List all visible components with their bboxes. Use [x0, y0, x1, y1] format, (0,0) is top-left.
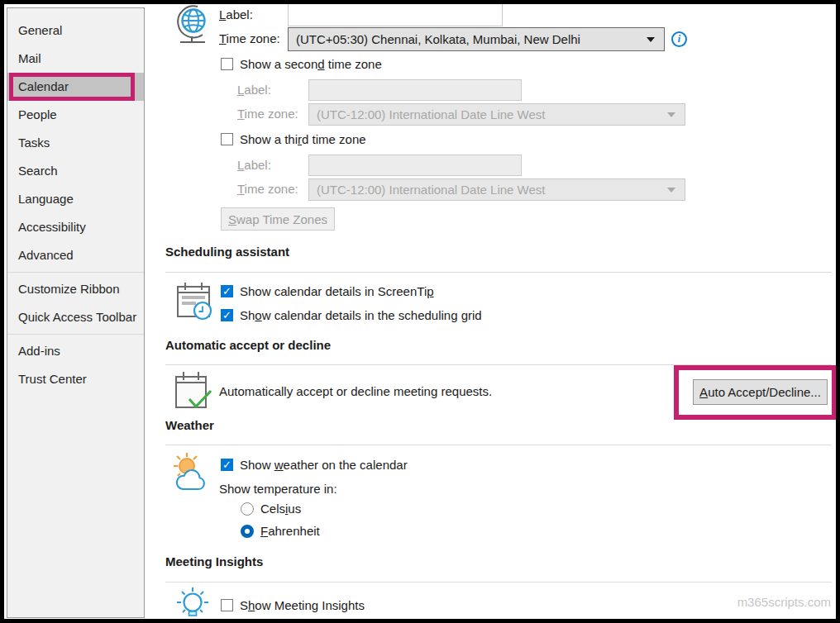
third-timezone-dropdown: (UTC-12:00) International Date Line West: [308, 178, 685, 201]
sidebar-item-quick-access-toolbar[interactable]: Quick Access Toolbar: [7, 303, 144, 331]
show-weather-checkbox[interactable]: [221, 459, 233, 471]
sidebar-item-trust-center[interactable]: Trust Center: [7, 365, 144, 393]
third-timezone-row: Show a third time zone: [221, 132, 366, 146]
watermark: m365scripts.com: [737, 595, 831, 609]
celsius-row: Celsius: [241, 502, 301, 516]
time-zones-globe-icon: [174, 3, 212, 45]
show-third-timezone-label: Show a third time zone: [240, 132, 366, 146]
second-label-input: [308, 79, 522, 101]
sidebar-item-label: Search: [18, 164, 58, 178]
options-sidebar: General Mail Calendar People Tasks Searc…: [7, 7, 145, 618]
section-divider: [165, 272, 832, 273]
sidebar-item-label: General: [18, 23, 62, 37]
second-timezone-dropdown: (UTC-12:00) International Date Line West: [308, 103, 685, 126]
sidebar-item-label: Tasks: [18, 136, 50, 150]
primary-label-input[interactable]: [288, 0, 503, 26]
sidebar-item-label: Trust Center: [18, 372, 87, 386]
show-weather-label: Show weather on the calendar: [240, 458, 408, 472]
section-divider: [165, 582, 832, 583]
timezone-field-label: Time zone:: [219, 31, 280, 45]
screentip-label: Show calendar details in ScreenTip: [240, 284, 434, 298]
sidebar-item-tasks[interactable]: Tasks: [7, 129, 144, 157]
scheduling-grid-row: Show calendar details in the scheduling …: [221, 308, 482, 322]
sidebar-item-label: Advanced: [18, 248, 74, 262]
celsius-label: Celsius: [260, 502, 301, 516]
second-timezone-field-label: Time zone:: [237, 107, 298, 121]
weather-sun-cloud-icon: [171, 450, 214, 497]
show-calendar-details-grid-checkbox[interactable]: [221, 309, 233, 321]
primary-timezone-dropdown[interactable]: (UTC+05:30) Chennai, Kolkata, Mumbai, Ne…: [288, 27, 665, 51]
third-timezone-value: (UTC-12:00) International Date Line West: [317, 183, 546, 197]
show-third-timezone-checkbox[interactable]: [221, 133, 233, 145]
third-label-field-label: Label:: [237, 158, 271, 172]
lightbulb-icon: [174, 586, 212, 622]
calendar-check-icon: [173, 369, 214, 412]
show-second-timezone-label: Show a second time zone: [240, 57, 382, 71]
screentip-row: Show calendar details in ScreenTip: [221, 284, 434, 298]
sidebar-item-add-ins[interactable]: Add-ins: [7, 337, 144, 365]
chevron-down-icon: [667, 112, 675, 117]
scheduling-grid-label: Show calendar details in the scheduling …: [240, 308, 482, 322]
fahrenheit-row: Fahrenheit: [241, 524, 320, 538]
show-meeting-insights-label: Show Meeting Insights: [240, 598, 365, 612]
sidebar-item-calendar[interactable]: Calendar: [7, 73, 144, 101]
meeting-insights-heading: Meeting Insights: [165, 554, 263, 568]
sidebar-item-people[interactable]: People: [7, 101, 144, 129]
second-timezone-value: (UTC-12:00) International Date Line West: [317, 107, 546, 121]
sidebar-separator: [7, 272, 144, 273]
show-calendar-details-screentip-checkbox[interactable]: [221, 285, 233, 297]
sidebar-item-label: People: [18, 107, 57, 121]
sidebar-item-search[interactable]: Search: [7, 157, 144, 185]
label-field-label: Label:: [219, 7, 253, 21]
scheduling-assistant-heading: Scheduling assistant: [165, 245, 289, 259]
show-meeting-insights-row: Show Meeting Insights: [221, 598, 365, 612]
sidebar-item-label: Language: [18, 192, 74, 206]
temperature-label: Show temperature in:: [219, 482, 337, 496]
sidebar-item-label: Customize Ribbon: [18, 282, 120, 296]
sidebar-item-general[interactable]: General: [7, 17, 144, 45]
auto-accept-description: Automatically accept or decline meeting …: [219, 384, 492, 398]
section-divider: [165, 445, 832, 445]
swap-time-zones-button: Swap Time Zones: [221, 207, 335, 231]
weather-heading: Weather: [165, 418, 214, 432]
info-icon[interactable]: i: [671, 31, 687, 47]
sidebar-item-accessibility[interactable]: Accessibility: [7, 213, 144, 241]
sidebar-item-label: Calendar: [18, 79, 69, 93]
sidebar-item-customize-ribbon[interactable]: Customize Ribbon: [7, 275, 144, 303]
show-meeting-insights-checkbox[interactable]: [221, 599, 233, 611]
third-timezone-field-label: Time zone:: [237, 182, 298, 196]
sidebar-item-label: Accessibility: [18, 220, 86, 234]
sidebar-item-mail[interactable]: Mail: [7, 45, 144, 73]
celsius-radio[interactable]: [241, 502, 254, 516]
fahrenheit-radio[interactable]: [241, 525, 254, 538]
primary-timezone-value: (UTC+05:30) Chennai, Kolkata, Mumbai, Ne…: [296, 32, 580, 46]
second-timezone-row: Show a second time zone: [221, 57, 382, 71]
third-label-input: [308, 155, 522, 176]
sidebar-item-advanced[interactable]: Advanced: [7, 241, 144, 269]
sidebar-item-language[interactable]: Language: [7, 185, 144, 213]
auto-accept-heading: Automatic accept or decline: [165, 338, 331, 352]
sidebar-item-label: Add-ins: [18, 344, 60, 358]
auto-accept-annotation-box: [674, 365, 837, 420]
sidebar-separator: [7, 334, 144, 335]
show-weather-row: Show weather on the calendar: [221, 458, 408, 472]
scheduling-calendar-clock-icon: [175, 281, 215, 322]
show-second-timezone-checkbox[interactable]: [221, 58, 233, 70]
sidebar-item-label: Quick Access Toolbar: [18, 310, 136, 324]
chevron-down-icon: [667, 188, 675, 193]
second-label-field-label: Label:: [237, 83, 271, 97]
sidebar-item-label: Mail: [18, 51, 41, 65]
fahrenheit-label: Fahrenheit: [260, 524, 320, 538]
chevron-down-icon: [647, 37, 655, 42]
